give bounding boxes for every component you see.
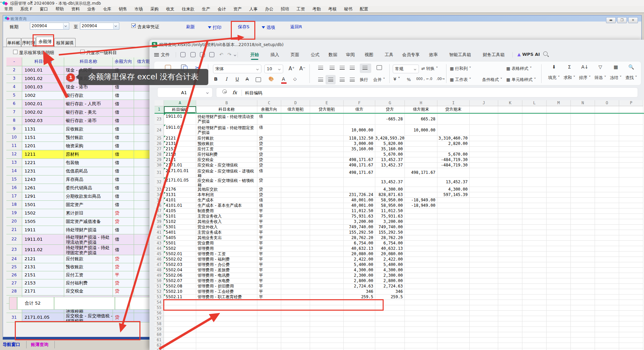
cell[interactable] <box>437 214 470 219</box>
cell[interactable]: 28,762.20 <box>375 235 405 241</box>
cell-name[interactable]: 应付账款 <box>196 136 257 141</box>
cell[interactable] <box>619 114 643 125</box>
cell-name[interactable]: 管理费用 <box>196 246 257 251</box>
cell-empty[interactable] <box>619 338 643 343</box>
cell[interactable] <box>522 262 547 268</box>
cell-empty[interactable] <box>498 321 522 327</box>
cell[interactable]: 13,452.37 <box>375 178 405 187</box>
cell[interactable] <box>405 208 437 214</box>
cell[interactable] <box>619 284 643 289</box>
cell-code[interactable]: 5502.02 <box>164 257 196 262</box>
cell[interactable] <box>470 192 498 198</box>
cell[interactable] <box>498 192 522 198</box>
cell-empty[interactable] <box>164 311 196 316</box>
cell[interactable]: 5,400.00 <box>344 262 375 268</box>
cell-empty[interactable] <box>281 321 310 327</box>
cell-empty[interactable] <box>595 327 619 332</box>
cell-empty[interactable] <box>196 311 257 316</box>
cell-empty[interactable] <box>470 311 498 316</box>
menu-销售[interactable]: 销售 <box>115 6 131 12</box>
cell-name[interactable]: 本年利润 <box>196 192 257 198</box>
sheet-corner[interactable] <box>155 100 164 106</box>
cell-name[interactable]: 生产成本 - 基本生产成本 <box>196 203 257 208</box>
row-header-34[interactable]: 34 <box>155 192 164 198</box>
header-cell[interactable] <box>470 106 498 113</box>
excel-menu-审阅[interactable]: 审阅 <box>346 52 355 58</box>
cell[interactable]: 35,160.00 <box>344 147 375 152</box>
cell[interactable]: 749,740.00 <box>375 225 405 230</box>
cell-empty[interactable] <box>405 332 437 338</box>
cell[interactable] <box>470 225 498 230</box>
cell[interactable] <box>619 163 643 168</box>
excel-menu-页面[interactable]: 页面 <box>291 52 299 58</box>
cell-empty[interactable] <box>470 305 498 311</box>
cell-empty[interactable] <box>619 316 643 321</box>
cell[interactable]: 58,950.00 <box>375 203 405 208</box>
cell[interactable]: 3,000.00 <box>344 141 375 147</box>
cell[interactable]: 5,670.00 <box>375 152 405 157</box>
cell[interactable] <box>498 214 522 219</box>
undo-icon[interactable]: ↶ <box>219 52 223 57</box>
cell-empty[interactable] <box>595 300 619 305</box>
cell[interactable] <box>571 141 595 147</box>
col-header-A[interactable]: A <box>164 100 196 106</box>
cell[interactable]: 35,160.00 <box>375 147 405 152</box>
cell[interactable] <box>310 203 344 208</box>
cell[interactable] <box>498 257 522 262</box>
menu-办公[interactable]: 办公 <box>261 6 277 12</box>
account-name[interactable]: 待处理财产损溢 - 待处理固定资产损溢 <box>64 245 113 255</box>
cell[interactable] <box>310 219 344 225</box>
cell-empty[interactable] <box>405 316 437 321</box>
cell[interactable]: 498,171.67 <box>344 157 375 163</box>
cell-dir[interactable]: 平 <box>257 241 281 246</box>
cell[interactable] <box>405 187 437 192</box>
cell-empty[interactable] <box>375 332 405 338</box>
cell[interactable] <box>437 246 470 251</box>
cell[interactable] <box>281 278 310 284</box>
account-name[interactable]: 银行存款 - 美元 <box>64 108 113 117</box>
cell[interactable] <box>522 284 547 289</box>
cell-empty[interactable] <box>498 327 522 332</box>
cell-empty[interactable] <box>571 348 595 350</box>
cell[interactable] <box>498 141 522 147</box>
row-header-50[interactable]: 50 <box>155 278 164 284</box>
percent-icon[interactable]: % <box>407 77 411 82</box>
menu-采购[interactable]: 采购 <box>146 6 162 12</box>
cell-name[interactable]: 应交税金 - 应交增值税 - 进项税额 <box>196 168 257 178</box>
account-code[interactable]: 1001.03 <box>22 83 64 91</box>
account-code[interactable]: 1002.03 <box>22 117 64 125</box>
cell-empty[interactable] <box>344 316 375 321</box>
cell-empty[interactable] <box>522 300 547 305</box>
account-code[interactable]: 1911 <box>22 226 64 234</box>
account-code[interactable]: 1911.01 <box>22 234 64 245</box>
row-header-39[interactable]: 39 <box>155 219 164 225</box>
row-header-60[interactable]: 60 <box>155 332 164 338</box>
cell[interactable] <box>522 225 547 230</box>
cell-code[interactable]: 2171.01.05 <box>164 178 196 187</box>
cell[interactable] <box>619 178 643 187</box>
excel-menu-效率[interactable]: 效率 <box>429 52 438 58</box>
cell-name[interactable]: 管理费用 - 差旅费 <box>196 268 257 273</box>
cell-empty[interactable] <box>405 348 437 350</box>
menu-往来款[interactable]: 往来款 <box>178 6 198 12</box>
cell[interactable] <box>437 198 470 203</box>
cell-empty[interactable] <box>619 332 643 338</box>
cell[interactable] <box>522 136 547 141</box>
cell[interactable] <box>310 289 344 295</box>
cell[interactable] <box>310 214 344 219</box>
cell[interactable] <box>619 152 643 157</box>
cell[interactable] <box>405 214 437 219</box>
cell[interactable] <box>547 230 571 235</box>
account-code[interactable]: 1261 <box>22 184 64 192</box>
cell[interactable] <box>437 262 470 268</box>
underline-icon[interactable]: U <box>235 76 239 82</box>
cell[interactable] <box>470 246 498 251</box>
col-header-F[interactable]: F <box>344 100 375 106</box>
fill-color-icon[interactable]: 🎨 <box>268 76 274 81</box>
cell-code[interactable]: 1911.01 <box>164 114 196 125</box>
cell[interactable] <box>405 225 437 230</box>
cell-name[interactable]: 预收账款 <box>196 141 257 147</box>
cell-name[interactable]: 应交税金 - 应交增值税 - 销项税额 <box>196 178 257 187</box>
cell[interactable] <box>547 295 571 300</box>
account-name[interactable]: 原材料 <box>64 150 113 159</box>
